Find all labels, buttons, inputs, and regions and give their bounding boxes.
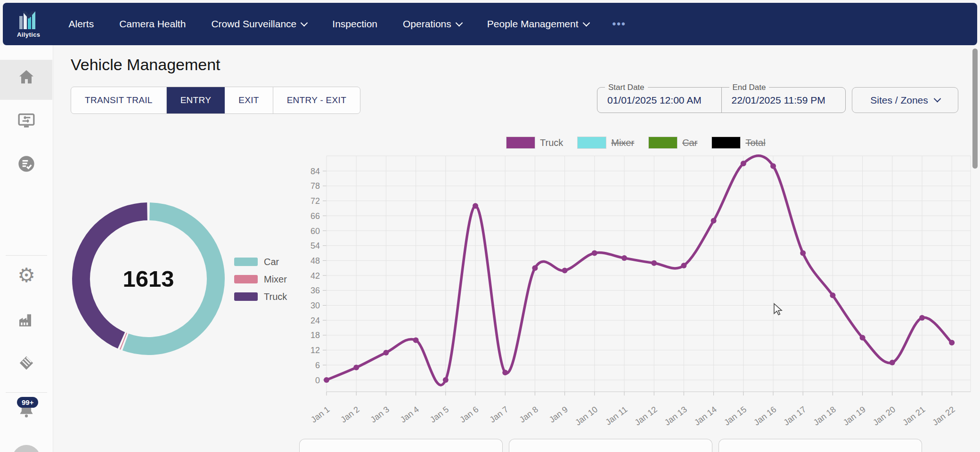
tab-exit[interactable]: EXIT [225, 87, 273, 113]
y-tick-label: 30 [310, 301, 320, 310]
nav-item-inspection[interactable]: Inspection [332, 18, 377, 30]
nav-item-crowd-surveillance[interactable]: Crowd Surveillance [211, 18, 307, 30]
brand-logo[interactable]: Ailytics [17, 10, 40, 38]
series-toggle-car[interactable]: Car [648, 137, 697, 149]
nav-item-alerts[interactable]: Alerts [68, 18, 94, 30]
data-point[interactable] [800, 250, 806, 256]
page-title: Vehicle Management [71, 56, 220, 74]
screen: Ailytics AlertsCamera HealthCrowd Survei… [0, 0, 980, 452]
x-tick-label: Jan 11 [604, 404, 629, 427]
sidebar-item-settings[interactable]: ⚙ [0, 266, 53, 285]
data-point[interactable] [353, 365, 359, 371]
data-point[interactable] [592, 250, 597, 256]
legend-swatch [234, 275, 258, 283]
x-tick-label: Jan 12 [633, 404, 659, 427]
nav-menu: AlertsCamera HealthCrowd SurveillanceIns… [68, 18, 588, 30]
nav-item-operations[interactable]: Operations [403, 18, 462, 30]
end-date-input[interactable]: End Date 22/01/2025 11:59 PM [722, 88, 846, 113]
tab-transit-trail[interactable]: TRANSIT TRAIL [71, 87, 167, 113]
data-point[interactable] [681, 263, 686, 268]
x-tick-label: Jan 10 [573, 404, 599, 427]
donut-legend-truck[interactable]: Truck [234, 291, 287, 302]
data-point[interactable] [860, 335, 866, 340]
legend-swatch [648, 137, 678, 149]
data-point[interactable] [473, 203, 478, 209]
data-point[interactable] [919, 315, 925, 321]
data-point[interactable] [413, 337, 419, 343]
y-tick-label: 42 [310, 271, 320, 281]
y-tick-label: 60 [310, 226, 320, 236]
bottom-card [719, 439, 922, 452]
y-tick-label: 24 [310, 316, 320, 325]
data-point[interactable] [324, 377, 329, 383]
donut-legend-car[interactable]: Car [234, 257, 287, 267]
series-toggle-mixer[interactable]: Mixer [577, 137, 634, 149]
home-icon [17, 68, 36, 87]
x-tick-label: Jan 1 [309, 404, 331, 424]
user-avatar[interactable] [12, 445, 41, 452]
sidebar-divider [6, 255, 47, 256]
nav-item-people-management[interactable]: People Management [487, 18, 589, 30]
donut-segment-mixer[interactable] [123, 341, 124, 341]
data-point[interactable] [890, 360, 895, 365]
y-tick-label: 54 [310, 241, 320, 250]
data-point[interactable] [532, 265, 538, 271]
legend-swatch [577, 137, 606, 149]
legend-label: Mixer [264, 274, 287, 285]
sidebar-item-tasks[interactable] [0, 154, 53, 173]
data-point[interactable] [651, 260, 657, 266]
data-point[interactable] [443, 377, 449, 383]
sidebar-item-home[interactable] [0, 68, 53, 87]
data-point[interactable] [830, 292, 835, 298]
factory-icon [17, 311, 36, 330]
start-date-value: 01/01/2025 12:00 AM [607, 95, 702, 106]
settings-gear-icon: ⚙ [17, 266, 35, 285]
x-tick-label: Jan 6 [458, 404, 480, 424]
tab-entry-exit[interactable]: ENTRY - EXIT [273, 87, 360, 113]
sites-zones-dropdown[interactable]: Sites / Zones [852, 87, 958, 113]
bottom-card [299, 439, 503, 452]
x-tick-label: Jan 21 [901, 404, 927, 427]
data-point[interactable] [562, 268, 568, 274]
legend-swatch [234, 292, 258, 301]
line-series-truck[interactable] [327, 156, 952, 385]
sidebar-item-video-wall[interactable] [0, 111, 53, 130]
tab-entry[interactable]: ENTRY [167, 87, 225, 113]
x-tick-label: Jan 2 [339, 404, 361, 424]
donut-legend-mixer[interactable]: Mixer [234, 274, 287, 284]
nav-item-label: Inspection [332, 18, 377, 30]
x-tick-label: Jan 18 [812, 404, 838, 427]
y-tick-label: 84 [310, 167, 320, 176]
data-point[interactable] [711, 218, 717, 224]
line-chart[interactable]: 0612182430364248546066727884Jan 1Jan 2Ja… [302, 151, 980, 433]
data-point[interactable] [621, 255, 627, 261]
legend-swatch [711, 137, 741, 149]
nav-item-label: Camera Health [119, 18, 186, 30]
series-toggle-total[interactable]: Total [711, 137, 765, 149]
legend-swatch [506, 137, 535, 149]
series-toggle-truck[interactable]: Truck [506, 137, 563, 149]
legend-label: Truck [540, 137, 563, 148]
sidebar-item-sites[interactable] [0, 311, 53, 330]
data-point[interactable] [502, 370, 508, 375]
x-tick-label: Jan 22 [931, 404, 956, 427]
start-date-input[interactable]: Start Date 01/01/2025 12:00 AM [597, 88, 722, 113]
legend-label: Mixer [611, 137, 634, 148]
nav-item-camera-health[interactable]: Camera Health [119, 18, 186, 30]
nav-item-label: Alerts [68, 18, 94, 30]
data-point[interactable] [949, 340, 955, 346]
data-point[interactable] [741, 161, 746, 166]
data-point[interactable] [383, 350, 389, 355]
x-tick-label: Jan 17 [782, 404, 808, 427]
data-point[interactable] [770, 163, 776, 169]
y-tick-label: 72 [310, 196, 320, 206]
bottom-card [509, 439, 712, 452]
x-tick-label: Jan 19 [841, 404, 867, 427]
more-menu-button[interactable]: ••• [612, 18, 626, 30]
tasks-check-icon [17, 154, 36, 173]
x-tick-label: Jan 7 [488, 404, 510, 424]
handshake-icon [17, 354, 36, 372]
notification-badge: 99+ [17, 397, 38, 408]
vertical-scrollbar-thumb[interactable] [972, 48, 978, 169]
sidebar-item-partners[interactable] [0, 354, 53, 372]
